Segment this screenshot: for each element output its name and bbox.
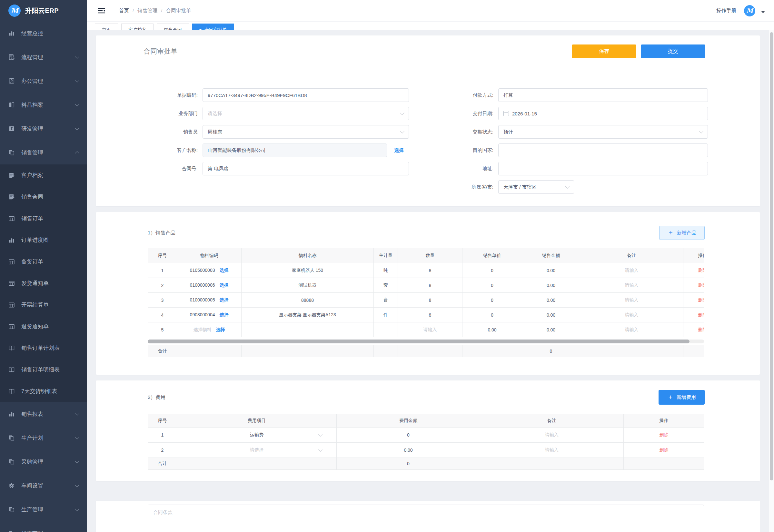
delete-link[interactable]: 删除: [660, 447, 669, 452]
logo-icon: M: [8, 5, 21, 17]
sidebar-item[interactable]: 开票结算单: [0, 294, 87, 316]
page-tab[interactable]: 销售合同: [157, 24, 189, 30]
sidebar-item[interactable]: 料品档案: [0, 93, 87, 117]
unit-price-input[interactable]: 0: [462, 293, 522, 308]
unit: 套: [374, 278, 398, 293]
sidebar-item[interactable]: 备货订单: [0, 251, 87, 272]
contract-terms-textarea[interactable]: 合同条款: [148, 505, 704, 532]
quantity-input[interactable]: 8: [398, 308, 462, 322]
sidebar-item[interactable]: 销售合同: [0, 186, 87, 208]
field-control[interactable]: 天津市 / 市辖区: [498, 180, 574, 194]
field-control[interactable]: 请选择: [203, 107, 409, 120]
select-material-link[interactable]: 选择: [219, 312, 228, 317]
field-control[interactable]: 2026-01-15: [498, 107, 708, 120]
sidebar-item[interactable]: 订单进度图: [0, 229, 87, 251]
sidebar-item[interactable]: 客户档案: [0, 164, 87, 186]
sidebar-item[interactable]: 生产计划: [0, 426, 87, 450]
fee-item-select[interactable]: 运输费: [177, 428, 337, 443]
note-input[interactable]: 请输入: [480, 428, 624, 443]
sidebar-item[interactable]: 流程管理: [0, 45, 87, 69]
save-button[interactable]: 保存: [572, 44, 636, 58]
main-area: 首页 / 销售管理 / 合同审批单 操作手册 M 首页 客户档案: [87, 0, 774, 532]
sidebar-item[interactable]: 销售订单计划表: [0, 337, 87, 359]
quantity-input[interactable]: 8: [398, 263, 462, 278]
submit-button[interactable]: 提交: [641, 44, 705, 58]
unit-price-input[interactable]: 0: [462, 263, 522, 278]
form-field: 单据编码: 9770CA17-3497-4DB2-995E-B49E9CF61B…: [96, 88, 409, 102]
caret-down-icon[interactable]: [761, 11, 765, 13]
field-label: 合同号:: [96, 166, 203, 172]
materials-icon: [8, 102, 15, 108]
breadcrumb-home[interactable]: 首页: [119, 7, 129, 14]
field-control[interactable]: 周桂东: [203, 125, 409, 139]
product-row: 5 选择物料 选择 请输入 0.00 0.00: [148, 322, 704, 337]
sidebar-item[interactable]: 生产管理: [0, 498, 87, 521]
app-logo[interactable]: M 升阳云ERP: [0, 0, 87, 21]
quantity-input[interactable]: 8: [398, 278, 462, 293]
field-control[interactable]: [498, 143, 708, 157]
manual-link[interactable]: 操作手册: [716, 7, 736, 14]
sidebar-item[interactable]: 发货通知单: [0, 272, 87, 294]
page-tab[interactable]: 客户档案: [121, 24, 154, 30]
amount-value: 0.00: [522, 308, 580, 322]
delete-link[interactable]: 删除: [660, 432, 669, 437]
page-tab[interactable]: 首页: [95, 24, 118, 30]
select-material-link[interactable]: 选择: [216, 327, 225, 332]
delete-link[interactable]: 删除: [698, 327, 704, 332]
unit-price-input[interactable]: 0: [462, 308, 522, 322]
select-material-link[interactable]: 选择: [219, 268, 228, 273]
sidebar-item[interactable]: 退货通知单: [0, 316, 87, 337]
fee-amount-input[interactable]: 0: [337, 428, 480, 443]
form-field: 销售员 周桂东: [96, 125, 409, 139]
sidebar-item[interactable]: 销售订单明细表: [0, 359, 87, 380]
sidebar-item[interactable]: 经营总控: [0, 21, 87, 45]
fee-item-value: 运输费: [250, 432, 263, 437]
form-field: 交期状态: 预计: [409, 125, 760, 139]
avatar[interactable]: M: [744, 5, 755, 16]
delete-link[interactable]: 删除: [698, 268, 704, 273]
sidebar-item[interactable]: 7天交货明细表: [0, 380, 87, 402]
note-input[interactable]: 请输入: [580, 263, 683, 278]
delete-link[interactable]: 删除: [698, 282, 704, 288]
note-input[interactable]: 请输入: [580, 322, 683, 337]
sidebar-item-label: 销售合同: [21, 193, 43, 201]
field-control[interactable]: [498, 162, 708, 175]
form-field: 付款方式: 打算: [409, 88, 760, 102]
quantity-input[interactable]: 请输入: [398, 322, 462, 337]
field-control[interactable]: 9770CA17-3497-4DB2-995E-B49E9CF61BD8: [203, 88, 409, 102]
choose-link[interactable]: 选择: [394, 147, 404, 153]
page-tab[interactable]: 合同审批单: [192, 24, 234, 30]
menu-fold-icon[interactable]: [98, 7, 106, 15]
sidebar-item[interactable]: 加工车间: [0, 521, 87, 532]
horizontal-scrollbar-thumb[interactable]: [148, 340, 690, 343]
note-input[interactable]: 请输入: [480, 443, 624, 458]
add-fee-button[interactable]: ＋ 新增费用: [659, 390, 705, 405]
fee-item-select[interactable]: 请选择: [177, 443, 337, 458]
field-control[interactable]: 打算: [498, 88, 708, 102]
select-material-link[interactable]: 选择: [219, 297, 228, 302]
sidebar-item[interactable]: 采购管理: [0, 450, 87, 474]
delete-link[interactable]: 删除: [698, 297, 704, 302]
unit-price-input[interactable]: 0.00: [462, 322, 522, 337]
sidebar-item[interactable]: 研发管理: [0, 117, 87, 141]
add-product-button[interactable]: ＋ 新增产品: [659, 226, 705, 240]
unit: [374, 322, 398, 337]
field-control[interactable]: 山河智能装备股份有限公司: [203, 143, 387, 157]
note-input[interactable]: 请输入: [580, 278, 683, 293]
quantity-input[interactable]: 8: [398, 293, 462, 308]
field-control[interactable]: 第 电风扇: [203, 162, 409, 175]
sidebar-item[interactable]: 销售报表: [0, 402, 87, 426]
delete-link[interactable]: 删除: [698, 312, 704, 317]
sidebar-item[interactable]: 办公管理: [0, 69, 87, 93]
field-control[interactable]: 预计: [498, 125, 708, 139]
sidebar-item[interactable]: 销售订单: [0, 208, 87, 229]
unit-price-input[interactable]: 0: [462, 278, 522, 293]
vertical-scrollbar-thumb[interactable]: [770, 32, 773, 480]
select-material-link[interactable]: 选择: [219, 282, 228, 288]
breadcrumb-sales[interactable]: 销售管理: [137, 7, 157, 14]
sidebar-item[interactable]: 销售管理: [0, 141, 87, 164]
fee-amount-input[interactable]: 0.00: [337, 443, 480, 458]
sidebar-item[interactable]: 车间设置: [0, 474, 87, 498]
note-input[interactable]: 请输入: [580, 308, 683, 322]
note-input[interactable]: 请输入: [580, 293, 683, 308]
